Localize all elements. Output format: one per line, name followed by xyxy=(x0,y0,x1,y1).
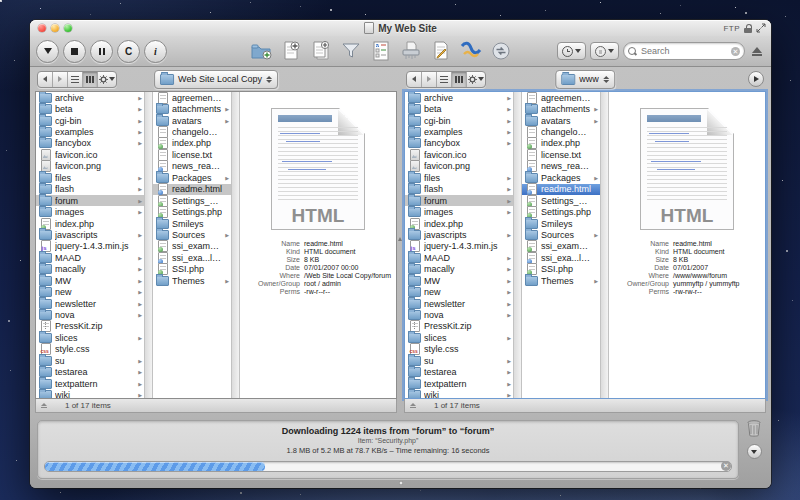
file-row[interactable]: javascripts ▶ xyxy=(36,229,144,240)
file-row[interactable]: changelog.txt ▶ xyxy=(153,126,231,137)
back-button[interactable] xyxy=(38,72,53,87)
file-row[interactable]: attachments ▶ xyxy=(522,103,600,114)
column-view-button[interactable] xyxy=(83,72,98,87)
file-row[interactable]: forum ▶ xyxy=(36,195,144,206)
file-row[interactable]: avatars ▶ xyxy=(522,115,600,126)
file-row[interactable]: license.txt ▶ xyxy=(522,149,600,160)
info-button[interactable]: i xyxy=(144,40,167,63)
file-row[interactable]: news_readme.html ▶ xyxy=(153,161,231,172)
file-row[interactable]: MAAD ▶ xyxy=(36,252,144,263)
file-row[interactable]: beta ▶ xyxy=(405,103,513,114)
file-row[interactable]: flash ▶ xyxy=(36,184,144,195)
file-row[interactable]: Sources ▶ xyxy=(522,229,600,240)
action-gear-button[interactable] xyxy=(467,72,485,87)
file-row[interactable]: newsletter ▶ xyxy=(405,298,513,309)
file-row[interactable]: images ▶ xyxy=(36,206,144,217)
file-row[interactable]: forum ▶ xyxy=(405,195,513,206)
file-row[interactable]: changelog.txt ▶ xyxy=(522,126,600,137)
file-row[interactable]: favicon.png ▶ xyxy=(36,161,144,172)
refresh-button[interactable]: C xyxy=(117,40,140,63)
eject-icon[interactable] xyxy=(41,403,47,409)
file-row[interactable]: readme.html ▶ xyxy=(153,184,231,195)
file-row[interactable]: new ▶ xyxy=(36,286,144,297)
file-row[interactable]: readme.html ▶ xyxy=(522,184,600,195)
file-row[interactable]: newsletter ▶ xyxy=(36,298,144,309)
close-button[interactable] xyxy=(38,24,46,32)
file-row[interactable]: nova ▶ xyxy=(36,309,144,320)
file-row[interactable]: macally ▶ xyxy=(405,264,513,275)
actions-menu-button[interactable] xyxy=(590,42,619,60)
file-row[interactable]: testarea ▶ xyxy=(405,367,513,378)
file-row[interactable]: beta ▶ xyxy=(36,103,144,114)
file-row[interactable]: Themes ▶ xyxy=(522,275,600,286)
transfer-queue-button[interactable] xyxy=(369,39,393,63)
minimize-button[interactable] xyxy=(51,24,59,32)
file-row[interactable]: MW ▶ xyxy=(36,275,144,286)
search-input[interactable] xyxy=(639,45,728,57)
file-row[interactable]: Themes ▶ xyxy=(153,275,231,286)
remote-source-menu[interactable]: www xyxy=(555,70,615,89)
file-row[interactable]: index.php ▶ xyxy=(522,138,600,149)
file-row[interactable]: images ▶ xyxy=(405,206,513,217)
forward-button[interactable] xyxy=(422,72,437,87)
file-row[interactable]: su ▶ xyxy=(36,355,144,366)
back-button[interactable] xyxy=(407,72,422,87)
file-row[interactable]: macally ▶ xyxy=(36,264,144,275)
file-row[interactable]: fancybox ▶ xyxy=(36,138,144,149)
stop-button[interactable] xyxy=(63,40,86,63)
pause-button[interactable] xyxy=(90,40,113,63)
file-row[interactable]: ssi_exa...les.shtml ▶ xyxy=(153,252,231,263)
file-row[interactable]: examples ▶ xyxy=(405,126,513,137)
file-row[interactable]: cgi-bin ▶ xyxy=(405,115,513,126)
file-row[interactable]: index.php ▶ xyxy=(153,138,231,149)
forward-button[interactable] xyxy=(53,72,68,87)
file-row[interactable]: fancybox ▶ xyxy=(405,138,513,149)
eject-icon[interactable] xyxy=(410,403,416,409)
scrollbar[interactable] xyxy=(600,92,609,398)
history-menu-button[interactable] xyxy=(557,42,586,60)
file-row[interactable]: Smileys ▶ xyxy=(522,218,600,229)
action-gear-button[interactable] xyxy=(98,72,116,87)
file-row[interactable]: files ▶ xyxy=(405,172,513,183)
search-field[interactable]: ✕ xyxy=(623,42,745,60)
cancel-transfer-button[interactable]: ✕ xyxy=(721,461,731,471)
download-button[interactable] xyxy=(36,40,59,63)
file-row[interactable]: ssi_examples.php ▶ xyxy=(153,241,231,252)
zoom-button[interactable] xyxy=(64,24,72,32)
file-row[interactable]: nova ▶ xyxy=(405,309,513,320)
trash-icon[interactable] xyxy=(746,419,762,437)
file-row[interactable]: slices ▶ xyxy=(36,332,144,343)
file-row[interactable]: textpattern ▶ xyxy=(405,378,513,389)
file-row[interactable]: Packages ▶ xyxy=(153,172,231,183)
file-row[interactable]: index.php ▶ xyxy=(405,218,513,229)
shredder-button[interactable] xyxy=(399,39,423,63)
file-row[interactable]: Settings_bak.php ▶ xyxy=(153,195,231,206)
new-folder-button[interactable] xyxy=(249,39,273,63)
file-row[interactable]: SSI.php ▶ xyxy=(522,264,600,275)
file-row[interactable]: avatars ▶ xyxy=(153,115,231,126)
file-row[interactable]: javascripts ▶ xyxy=(405,229,513,240)
file-row[interactable]: wiki ▶ xyxy=(405,389,513,398)
local-source-menu[interactable]: Web Site Local Copy xyxy=(154,70,278,89)
file-row[interactable]: jquery-1.4.3.min.js ▶ xyxy=(405,241,513,252)
file-row[interactable]: cgi-bin ▶ xyxy=(36,115,144,126)
scrollbar[interactable] xyxy=(231,92,240,398)
file-row[interactable]: Settings.php ▶ xyxy=(153,206,231,217)
file-row[interactable]: license.txt ▶ xyxy=(153,149,231,160)
file-row[interactable]: ssi_exa...les.shtml ▶ xyxy=(522,252,600,263)
file-row[interactable]: style.css ▶ xyxy=(405,344,513,355)
window-resize-grip[interactable] xyxy=(399,481,403,485)
file-row[interactable]: Smileys ▶ xyxy=(153,218,231,229)
file-row[interactable]: favicon.ico ▶ xyxy=(36,149,144,160)
file-row[interactable]: ssi_examples.php ▶ xyxy=(522,241,600,252)
file-row[interactable]: Packages ▶ xyxy=(522,172,600,183)
synchronize-button[interactable] xyxy=(489,39,513,63)
go-button[interactable] xyxy=(748,71,764,87)
list-view-button[interactable] xyxy=(437,72,452,87)
file-row[interactable]: Settings.php ▶ xyxy=(522,206,600,217)
file-row[interactable]: style.css ▶ xyxy=(36,344,144,355)
file-row[interactable]: MW ▶ xyxy=(405,275,513,286)
column-view-button[interactable] xyxy=(452,72,467,87)
file-row[interactable]: index.php ▶ xyxy=(36,218,144,229)
file-row[interactable]: PressKit.zip ▶ xyxy=(405,321,513,332)
